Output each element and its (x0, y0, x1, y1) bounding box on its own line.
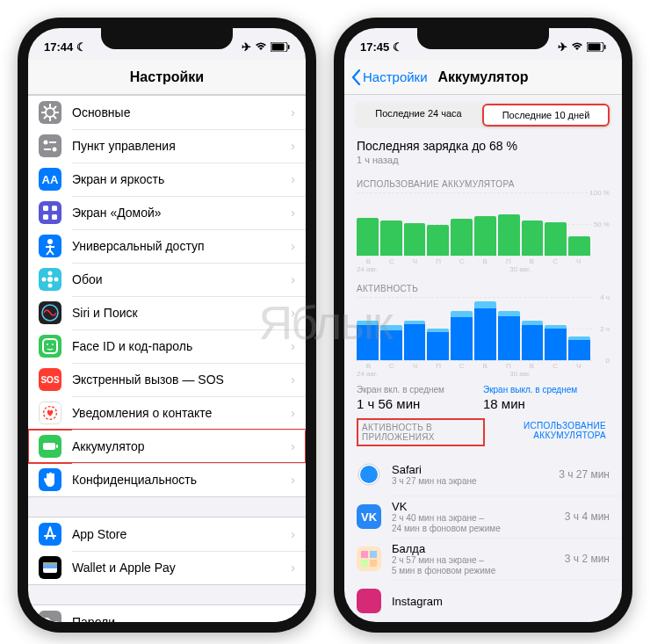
chevron-icon: › (291, 272, 295, 286)
x-tick: П (497, 257, 521, 265)
x-tick: Ч (403, 257, 427, 265)
settings-row-flower[interactable]: Обои› (28, 263, 306, 296)
settings-row-grid[interactable]: Экран «Домой»› (28, 196, 306, 229)
back-button[interactable]: Настройки (351, 69, 428, 85)
view-tabs[interactable]: АКТИВНОСТЬ В ПРИЛОЖЕНИЯХ ИСПОЛЬЗОВАНИЕ А… (357, 418, 610, 446)
app-row-vk[interactable]: VKVK2 ч 40 мин на экране – 24 мин в фоно… (344, 496, 622, 538)
battery-icon (587, 42, 606, 52)
battery-icon (39, 435, 61, 458)
svg-point-6 (53, 148, 57, 152)
svg-point-14 (47, 277, 53, 282)
app-row-balda[interactable]: Балда2 ч 57 мин на экране – 5 мин в фоно… (344, 538, 622, 580)
app-desc: 2 ч 40 мин на экране – 24 мин в фоновом … (392, 513, 565, 534)
tab-app-activity[interactable]: АКТИВНОСТЬ В ПРИЛОЖЕНИЯХ (357, 418, 485, 446)
switches-icon (39, 134, 61, 157)
settings-row-sos[interactable]: SOSЭкстренный вызов — SOS› (28, 363, 306, 396)
svg-point-17 (42, 278, 47, 282)
svg-rect-25 (43, 443, 55, 450)
heart-icon (39, 402, 61, 424)
page-title: Настройки (130, 69, 204, 85)
svg-point-22 (52, 344, 54, 345)
time-range-segment[interactable]: Последние 24 часа Последние 10 дней (355, 102, 611, 128)
segment-10d[interactable]: Последние 10 дней (482, 104, 610, 127)
svg-rect-38 (604, 45, 606, 49)
svg-point-13 (47, 239, 53, 244)
svg-point-30 (43, 619, 50, 622)
y-label-0: 0 (606, 357, 610, 365)
vk-icon: VK (357, 504, 381, 529)
x-tick: П (497, 362, 521, 370)
settings-row-hand[interactable]: Конфиденциальность› (28, 463, 306, 496)
row-label: Face ID и код-пароль (72, 339, 291, 353)
x-tick: В (473, 362, 497, 370)
settings-list[interactable]: Основные›Пункт управления›AAЭкран и ярко… (28, 95, 306, 622)
settings-row-battery[interactable]: Аккумулятор› (28, 430, 306, 463)
settings-row-person[interactable]: Универсальный доступ› (28, 229, 306, 263)
balda-icon (357, 546, 381, 571)
phone-left: 17:44 ☾ ✈ Настройки Основные›Пункт управ… (18, 18, 316, 633)
grid-icon (39, 201, 61, 224)
chevron-icon: › (291, 439, 295, 453)
row-label: Экран «Домой» (72, 206, 291, 220)
svg-point-15 (48, 271, 53, 276)
gear-icon (39, 101, 61, 124)
svg-text:AA: AA (42, 173, 59, 186)
app-row-ig[interactable]: Instagram (344, 580, 622, 622)
settings-row-key[interactable]: Пароли› (28, 605, 306, 622)
svg-rect-48 (357, 589, 381, 613)
back-label: Настройки (363, 69, 428, 84)
x-tick: В (520, 257, 544, 265)
settings-row-faceid[interactable]: Face ID и код-пароль› (28, 329, 306, 363)
svg-rect-1 (272, 43, 285, 50)
usage-bar (357, 218, 379, 256)
tab-battery-usage[interactable]: ИСПОЛЬЗОВАНИЕ АККУМУЛЯТОРА (485, 418, 610, 446)
x-tick: С (380, 362, 404, 370)
chevron-icon: › (291, 239, 295, 253)
chevron-icon: › (291, 373, 295, 387)
usage-bar (380, 221, 402, 256)
settings-row-heart[interactable]: Уведомления о контакте› (28, 396, 306, 430)
chevron-icon: › (291, 339, 295, 353)
svg-rect-26 (56, 445, 58, 448)
svg-rect-20 (43, 339, 57, 353)
settings-row-siri[interactable]: Siri и Поиск› (28, 296, 306, 329)
usage-bar (451, 219, 473, 256)
svg-rect-2 (288, 45, 290, 49)
segment-24h[interactable]: Последние 24 часа (357, 104, 480, 127)
app-row-safari[interactable]: Safari3 ч 27 мин на экране3 ч 27 мин (344, 453, 622, 496)
date-a2: 24 авг. (357, 370, 403, 378)
svg-point-21 (47, 344, 48, 345)
moon-icon: ☾ (393, 40, 403, 54)
avg-screen-off-value: 18 мин (483, 396, 610, 411)
date-a: 24 авг. (357, 265, 403, 273)
settings-row-gear[interactable]: Основные› (28, 96, 306, 129)
battery-content[interactable]: Последние 24 часа Последние 10 дней Посл… (344, 95, 622, 622)
avg-screen-on-label: Экран вкл. в среднем (357, 385, 483, 394)
astore-icon (39, 523, 61, 546)
flower-icon (39, 268, 61, 291)
row-label: Обои (72, 272, 291, 286)
settings-row-wallet[interactable]: Wallet и Apple Pay› (28, 551, 306, 584)
row-label: Siri и Поиск (72, 306, 291, 320)
y-label-4: 4 ч (600, 293, 610, 301)
airplane-icon: ✈ (242, 40, 251, 54)
app-desc: 2 ч 57 мин на экране – 5 мин в фоновом р… (392, 555, 565, 576)
activity-bar (568, 336, 590, 360)
settings-row-switches[interactable]: Пункт управления› (28, 129, 306, 163)
svg-rect-46 (361, 560, 368, 567)
key-icon (39, 611, 61, 622)
svg-rect-43 (357, 546, 381, 571)
battery-icon (271, 42, 290, 52)
chevron-icon: › (291, 561, 295, 575)
app-name: Safari (392, 463, 559, 476)
activity-bar (474, 301, 496, 360)
y-label-100: 100 % (589, 189, 610, 197)
svg-rect-47 (370, 560, 377, 567)
avg-screen-off-label: Экран выкл. в среднем (483, 385, 610, 394)
settings-row-astore[interactable]: App Store› (28, 517, 306, 551)
activity-header: АКТИВНОСТЬ (357, 284, 610, 293)
settings-row-aa[interactable]: AAЭкран и яркость› (28, 163, 306, 196)
app-activity-list: Safari3 ч 27 мин на экране3 ч 27 минVKVK… (344, 453, 622, 622)
x-tick: П (427, 257, 451, 265)
app-time: 3 ч 27 мин (559, 468, 610, 481)
